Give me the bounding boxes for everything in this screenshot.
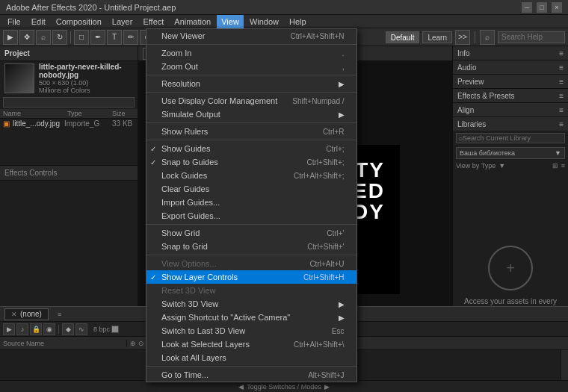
file-row[interactable]: ▣ little_...ody.jpg Importe_G 33 KB xyxy=(0,119,138,128)
dd-show-grid[interactable]: Show Grid Ctrl+' xyxy=(146,226,356,240)
tool-zoom[interactable]: ⌕ xyxy=(36,30,51,45)
tl-bpc: 8 bpc xyxy=(93,326,110,333)
timeline-scrollbar[interactable] xyxy=(561,350,568,380)
dd-resolution[interactable]: Resolution ▶ xyxy=(146,77,356,90)
dd-reset-3d[interactable]: Reset 3D View xyxy=(146,284,356,297)
dd-resolution-arrow: ▶ xyxy=(339,80,345,88)
dd-switch-last-3d[interactable]: Switch to Last 3D View Esc xyxy=(146,324,356,337)
minimize-button[interactable]: ─ xyxy=(522,2,532,13)
project-search-input[interactable] xyxy=(3,97,135,108)
dd-import-guides[interactable]: Import Guides... xyxy=(146,196,356,209)
tl-btn-markers[interactable]: ◆ xyxy=(62,323,74,335)
dd-snap-guides[interactable]: Snap to Guides Ctrl+Shift+; xyxy=(146,155,356,169)
dd-zoom-out[interactable]: Zoom Out , xyxy=(146,60,356,73)
dd-snap-grid-shortcut: Ctrl+Shift+' xyxy=(292,243,344,251)
library-search-input[interactable] xyxy=(463,134,562,142)
tool-text[interactable]: T xyxy=(107,30,122,45)
tool-shape[interactable]: □ xyxy=(74,30,89,45)
effects-section-header[interactable]: Effects & Presets ≡ xyxy=(453,89,568,102)
tl-btn-audio[interactable]: ♪ xyxy=(16,323,28,335)
dd-color-mgmt-label: Use Display Color Management xyxy=(161,96,277,105)
dd-reset-3d-label: Reset 3D View xyxy=(161,286,216,295)
align-section-header[interactable]: Align ≡ xyxy=(453,103,568,116)
dd-sep-8 xyxy=(146,366,356,367)
col-source-header: Source Name xyxy=(0,340,127,347)
dd-export-guides-label: Export Guides... xyxy=(161,211,220,220)
dd-show-rulers-shortcut: Ctrl+R xyxy=(308,128,345,136)
dd-snap-guides-label: Snap to Guides xyxy=(161,158,218,167)
preview-section-header[interactable]: Preview ≡ xyxy=(453,75,568,88)
menu-animation[interactable]: Animation xyxy=(170,15,215,28)
tl-btn-graph[interactable]: ∿ xyxy=(75,323,87,335)
library-dropdown[interactable]: Ваша библиотека ▼ xyxy=(456,147,565,159)
menu-window[interactable]: Window xyxy=(245,15,283,28)
menu-view[interactable]: View xyxy=(217,15,244,28)
info-section-header[interactable]: Info ≡ xyxy=(453,46,568,60)
dd-show-guides[interactable]: Show Guides Ctrl+; xyxy=(146,142,356,155)
timeline-tab[interactable]: ✕ (none) xyxy=(4,308,49,320)
toggle-left-arrow: ◀ xyxy=(238,383,244,391)
dd-look-all-label: Look at All Layers xyxy=(161,353,226,362)
col-type-header: Type xyxy=(67,110,112,117)
search-icon: ⌕ xyxy=(480,30,495,45)
dd-snap-grid[interactable]: Snap to Grid Ctrl+Shift+' xyxy=(146,240,356,253)
dd-new-viewer-label: New Viewer xyxy=(161,31,206,40)
tool-arrow[interactable]: ▶ xyxy=(3,30,18,45)
dd-sim-output[interactable]: Simulate Output ▶ xyxy=(146,108,356,121)
maximize-button[interactable]: □ xyxy=(537,2,547,13)
dd-import-guides-label: Import Guides... xyxy=(161,198,220,207)
view-by-type-label: View by Type xyxy=(456,162,496,169)
dd-switch-3d-arrow: ▶ xyxy=(339,300,345,308)
menu-file[interactable]: File xyxy=(3,15,25,28)
menu-layer[interactable]: Layer xyxy=(108,15,138,28)
tool-rotate[interactable]: ↻ xyxy=(52,30,67,45)
close-button[interactable]: × xyxy=(552,2,562,13)
dd-export-guides[interactable]: Export Guides... xyxy=(146,209,356,223)
dd-view-options[interactable]: View Options... Ctrl+Alt+U xyxy=(146,257,356,270)
search-input[interactable] xyxy=(501,33,561,41)
tl-btn-play[interactable]: ▶ xyxy=(3,323,15,335)
library-search: ⌕ xyxy=(456,133,565,143)
project-info: little-party-never-killed-nobody.jpg 500… xyxy=(39,63,133,94)
audio-expand-icon: ≡ xyxy=(559,63,564,72)
tool-brush[interactable]: ✏ xyxy=(123,30,138,45)
dd-switch-3d-label: Switch 3D View xyxy=(161,299,218,308)
effects-label: Effects Controls xyxy=(4,169,57,177)
col-name-header: Name xyxy=(3,110,67,117)
tl-btn-solo[interactable]: ◉ xyxy=(43,323,55,335)
menu-help[interactable]: Help xyxy=(285,15,311,28)
menu-composition[interactable]: Composition xyxy=(52,15,106,28)
workspace-expand[interactable]: >> xyxy=(455,30,470,45)
timeline-close-x[interactable]: ✕ xyxy=(11,309,17,320)
dd-zoom-in[interactable]: Zoom In . xyxy=(146,46,356,60)
dd-clear-guides[interactable]: Clear Guides xyxy=(146,182,356,196)
view-grid-icon[interactable]: ⊞ xyxy=(552,162,558,169)
menu-edit[interactable]: Edit xyxy=(27,15,50,28)
dd-assign-shortcut[interactable]: Assign Shortcut to "Active Camera" ▶ xyxy=(146,311,356,324)
dd-switch-3d[interactable]: Switch 3D View ▶ xyxy=(146,297,356,311)
workspace-default[interactable]: Default xyxy=(386,31,420,43)
tool-pen[interactable]: ✒ xyxy=(90,30,105,45)
dd-show-layer-controls-shortcut: Ctrl+Shift+H xyxy=(288,273,344,281)
dd-color-mgmt[interactable]: Use Display Color Management Shift+Numpa… xyxy=(146,94,356,108)
library-empty-icon[interactable]: + xyxy=(488,246,533,290)
tl-btn-color[interactable] xyxy=(111,326,119,333)
dd-show-layer-controls-label: Show Layer Controls xyxy=(161,273,238,281)
library-dropdown-arrow: ▼ xyxy=(555,149,561,157)
dd-look-selected-shortcut: Ctrl+Alt+Shift+\ xyxy=(279,340,345,349)
dd-show-rulers[interactable]: Show Rulers Ctrl+R xyxy=(146,125,356,138)
tool-hand[interactable]: ✥ xyxy=(19,30,34,45)
dd-lock-guides[interactable]: Lock Guides Ctrl+Alt+Shift+; xyxy=(146,169,356,182)
dd-show-layer-controls[interactable]: Show Layer Controls Ctrl+Shift+H xyxy=(146,270,356,284)
workspace-learn[interactable]: Learn xyxy=(422,31,452,43)
libraries-section-header[interactable]: Libraries ≡ xyxy=(453,117,568,131)
dd-new-viewer[interactable]: New Viewer Ctrl+Alt+Shift+N xyxy=(146,29,356,43)
tl-btn-lock[interactable]: 🔒 xyxy=(30,323,42,335)
dd-goto-time[interactable]: Go to Time... Alt+Shift+J xyxy=(146,368,356,382)
view-list-icon[interactable]: ≡ xyxy=(561,162,565,169)
dd-look-all[interactable]: Look at All Layers xyxy=(146,351,356,364)
audio-section-header[interactable]: Audio ≡ xyxy=(453,60,568,74)
menu-effect[interactable]: Effect xyxy=(138,15,168,28)
toggle-text[interactable]: Toggle Switches / Modes xyxy=(247,383,321,391)
dd-look-selected[interactable]: Look at Selected Layers Ctrl+Alt+Shift+\ xyxy=(146,337,356,351)
